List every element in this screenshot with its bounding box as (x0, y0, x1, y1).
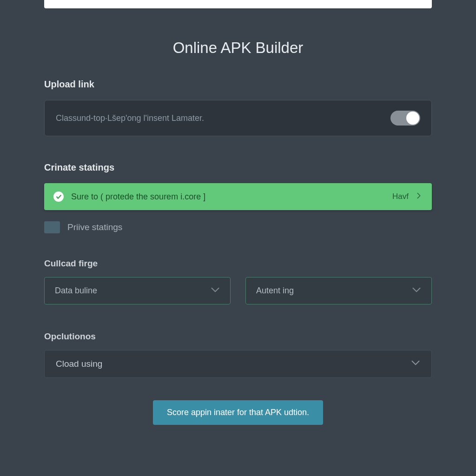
cullcad-heading: Cullcad firge (44, 258, 432, 269)
data-buline-select[interactable]: Data buline (44, 277, 231, 304)
select-value: Data buline (55, 286, 97, 296)
chevron-down-icon (411, 360, 420, 368)
protect-source-row[interactable]: Sure to ( protede the sourem i.core ] Ha… (44, 183, 432, 210)
autenting-select[interactable]: Autent ing (245, 277, 432, 304)
select-value: Cload using (56, 359, 102, 369)
cloud-using-select[interactable]: Cload using (44, 350, 432, 378)
settings-heading: Crinate statings (44, 162, 432, 173)
upload-placeholder: Classund-top·Lšep'ong l'insent Lamater. (56, 113, 204, 123)
protect-label: Sure to ( protede the sourem i.core ] (71, 192, 392, 202)
top-panel-edge (44, 0, 432, 8)
cullcad-selects: Data buline Autent ing (44, 277, 432, 304)
upload-link-field[interactable]: Classund-top·Lšep'ong l'insent Lamater. (44, 100, 432, 136)
submit-button[interactable]: Score appin inater for that APK udtion. (153, 400, 323, 425)
upload-toggle[interactable] (390, 111, 420, 126)
private-settings-row[interactable]: Priive statings (44, 221, 432, 233)
toggle-knob (406, 112, 419, 125)
select-value: Autent ing (256, 286, 294, 296)
private-label: Priive statings (67, 222, 122, 232)
check-icon (53, 192, 64, 202)
chevron-down-icon (412, 287, 421, 295)
chevron-down-icon (211, 287, 220, 295)
main-container: Online APK Builder Upload link Classund-… (0, 0, 476, 425)
chevron-right-icon (415, 191, 423, 203)
protect-right-label: Havf (392, 192, 409, 201)
page-title: Online APK Builder (44, 39, 432, 57)
upload-heading: Upload link (44, 79, 432, 90)
private-checkbox[interactable] (44, 221, 60, 233)
options-heading: Opclutionos (44, 331, 432, 342)
